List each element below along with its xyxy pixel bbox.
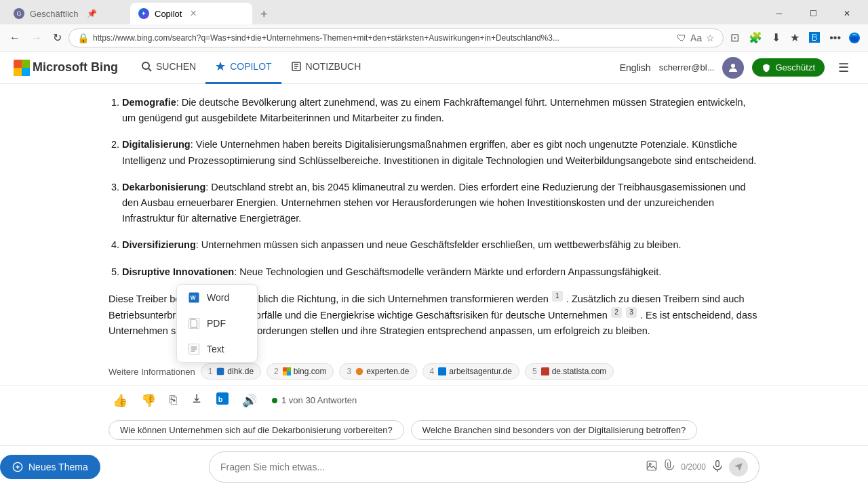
reference-1[interactable]: 1	[552, 291, 563, 302]
refresh-button[interactable]: ↻	[49, 28, 66, 47]
address-text: https://www.bing.com/search?q=Was+sind+d…	[93, 33, 673, 43]
nav-copilot-label: COPILOT	[230, 61, 271, 72]
new-theme-button[interactable]: Neues Thema	[0, 455, 100, 479]
source-4[interactable]: 4 arbeitsagentur.de	[422, 363, 519, 380]
microphone-button[interactable]	[711, 460, 724, 474]
lock-icon: 🔒	[77, 33, 89, 43]
window-controls: ─ ☐ ✕	[764, 3, 863, 24]
svg-line-5	[149, 68, 151, 71]
list-item-2: Digitalisierung: Viele Unternehmen haben…	[122, 137, 760, 168]
user-avatar[interactable]	[722, 57, 744, 79]
image-input-button[interactable]	[646, 460, 658, 474]
language-selector[interactable]: English	[620, 62, 651, 73]
svg-rect-13	[287, 367, 291, 371]
bing-icon[interactable]: 🅱	[805, 29, 824, 47]
read-aloud-button[interactable]: 🔊	[238, 390, 261, 411]
dropdown-pdf[interactable]: PDF	[177, 310, 257, 336]
list-item-1: Demografie: Die deutsche Bevölkerung alt…	[122, 95, 760, 126]
reference-2[interactable]: 2	[611, 307, 622, 318]
tab-close-copilot[interactable]: ×	[190, 7, 196, 20]
minimize-button[interactable]: ─	[764, 3, 795, 24]
dropdown-text[interactable]: Text	[177, 336, 257, 362]
svg-point-16	[356, 368, 363, 375]
svg-text:W: W	[191, 295, 196, 301]
forward-button[interactable]: →	[27, 29, 46, 47]
address-bar[interactable]: 🔒 https://www.bing.com/search?q=Was+sind…	[68, 28, 724, 47]
nav-suchen-label: SUCHEN	[156, 61, 196, 72]
send-button[interactable]	[729, 458, 748, 476]
content-area: Demografie: Die deutsche Bevölkerung alt…	[0, 84, 868, 358]
thumbs-up-button[interactable]: 👍	[108, 390, 132, 411]
source-3[interactable]: 3 experten.de	[339, 363, 416, 380]
maximize-button[interactable]: ☐	[797, 3, 829, 24]
download-button[interactable]	[186, 390, 207, 411]
sources-label: Weitere Informationen	[108, 367, 195, 377]
new-tab-button[interactable]: +	[255, 5, 273, 24]
dropdown-pdf-label: PDF	[207, 318, 226, 329]
tab-icon-geschaeftlich: G	[14, 8, 24, 19]
tab-pin-icon: 📌	[87, 9, 97, 18]
svg-point-4	[142, 62, 149, 69]
list-item-4: Diversifizierung: Unternehmen müssen sic…	[122, 237, 760, 253]
edge-logo[interactable]	[846, 30, 863, 46]
dropdown-word[interactable]: W Word	[177, 285, 257, 310]
source-2-domain: bing.com	[294, 367, 327, 376]
term-1: Demografie	[122, 97, 176, 108]
protected-button[interactable]: Geschützt	[752, 58, 825, 77]
source-1-domain: dihk.de	[227, 367, 254, 376]
hamburger-menu[interactable]: ☰	[833, 58, 854, 78]
more-options-icon[interactable]: •••	[825, 29, 845, 47]
suggestion-2[interactable]: Welche Branchen sind besonders von der D…	[411, 420, 697, 440]
term-5: Disruptive Innovationen	[122, 266, 234, 277]
back-button[interactable]: ←	[5, 29, 24, 47]
split-view-icon[interactable]: ⊡	[726, 28, 743, 47]
bing-navigation: Microsoft Bing SUCHEN COPILOT NOTIZBUCH …	[0, 52, 868, 84]
answer-count-text: 1 von 30 Antworten	[281, 395, 357, 405]
bing-logo[interactable]: Microsoft Bing	[14, 60, 118, 76]
extensions-icon[interactable]: 🧩	[745, 28, 766, 47]
copy-button[interactable]: ⎘	[165, 390, 181, 410]
list-item-3: Dekarbonisierung: Deutschland strebt an,…	[122, 180, 760, 227]
privacy-icon[interactable]: 🛡	[677, 33, 686, 43]
tab-icon-copilot: ✦	[138, 8, 149, 19]
close-button[interactable]: ✕	[831, 3, 863, 24]
source-5[interactable]: 5 de.statista.com	[525, 363, 614, 380]
main-content: Demografie: Die deutsche Bevölkerung alt…	[0, 84, 868, 488]
suggestion-1[interactable]: Wie können Unternehmen sich auf die Deka…	[108, 420, 404, 440]
bing-copilot-button[interactable]: b	[212, 390, 233, 411]
sources-row: Weitere Informationen 1 dihk.de 2 bing.c…	[0, 358, 868, 385]
svg-rect-15	[283, 371, 287, 375]
nav-copilot[interactable]: COPILOT	[205, 52, 281, 84]
nav-right: English scherrer@bl... Geschützt ☰	[620, 57, 854, 79]
nav-suchen[interactable]: SUCHEN	[132, 52, 205, 84]
dropdown-text-label: Text	[207, 344, 224, 354]
term-4: Diversifizierung	[122, 239, 196, 250]
tab-copilot[interactable]: ✦ Copilot ×	[130, 3, 252, 24]
tab-label-geschaeftlich: Geschäftlich	[30, 9, 79, 19]
input-area: 0/2000 Neues Thema	[0, 445, 868, 488]
svg-rect-23	[716, 461, 719, 467]
new-theme-label: Neues Thema	[28, 462, 88, 472]
count-dot	[272, 398, 277, 403]
reader-view-icon[interactable]: Aa	[690, 33, 702, 43]
svg-rect-1	[22, 60, 30, 68]
input-box[interactable]: 0/2000	[209, 451, 760, 483]
source-2[interactable]: 2 bing.com	[267, 363, 334, 380]
answer-count: 1 von 30 Antworten	[272, 395, 357, 405]
thumbs-down-button[interactable]: 👎	[137, 390, 160, 411]
tab-geschaeftlich[interactable]: G Geschäftlich 📌	[5, 3, 127, 24]
svg-rect-14	[287, 371, 291, 375]
reference-3[interactable]: 3	[626, 307, 637, 318]
favorites-icon[interactable]: ☆	[706, 33, 715, 43]
content-list: Demografie: Die deutsche Bevölkerung alt…	[108, 95, 760, 280]
source-1[interactable]: 1 dihk.de	[201, 363, 261, 380]
chat-input[interactable]	[220, 462, 640, 472]
svg-rect-17	[438, 367, 446, 375]
user-display[interactable]: scherrer@bl...	[659, 62, 715, 73]
nav-notizbuch[interactable]: NOTIZBUCH	[281, 52, 371, 84]
downloads-icon[interactable]: ⬇	[768, 28, 785, 47]
input-icons: 0/2000	[646, 458, 748, 476]
svg-point-10	[731, 64, 735, 68]
attachment-button[interactable]	[663, 460, 675, 474]
favorites-toolbar-icon[interactable]: ★	[786, 28, 804, 47]
